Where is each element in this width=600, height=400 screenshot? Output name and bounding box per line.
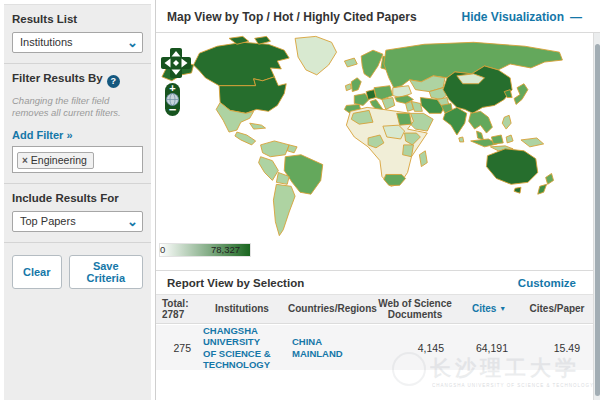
map-header: Map View by Top / Hot / Highly Cited Pap… [156, 0, 600, 33]
choropleth-map [158, 35, 592, 238]
sort-down-icon: ▼ [499, 305, 506, 312]
customize-link[interactable]: Customize [518, 277, 576, 289]
map-country-china[interactable] [443, 66, 512, 113]
hide-visualization-link[interactable]: Hide Visualization— [462, 10, 582, 24]
map-country-australia[interactable] [486, 149, 537, 185]
map-country-uk[interactable] [351, 78, 361, 92]
map-country-japan[interactable] [514, 84, 528, 105]
include-results-label: Include Results For [12, 192, 143, 204]
save-criteria-button[interactable]: Save Criteria [69, 255, 143, 289]
remove-tag-icon[interactable]: × [22, 155, 28, 166]
map-country-guyanas[interactable] [287, 145, 297, 153]
map-country-sri-lanka[interactable] [459, 137, 464, 142]
map-country-tasmania[interactable] [514, 187, 521, 193]
filter-tag-box: ×Engineering [12, 146, 143, 173]
map-country-iceland[interactable] [344, 58, 357, 67]
map-country-balkans[interactable] [382, 98, 395, 110]
map-legend: 0 78,327 [159, 243, 251, 257]
institution-link[interactable]: CHANGSHA UNIVERSITY OF SCIENCE & TECHNOL… [196, 325, 288, 371]
help-icon[interactable]: ? [107, 75, 120, 88]
col-header-countries[interactable]: Countries/Regions [288, 303, 372, 315]
add-filter-link[interactable]: Add Filter » [12, 129, 73, 141]
filter-section: Filter Results By? Changing the filter f… [4, 64, 151, 184]
sidebar: Results List Institutions ⌄ Filter Resul… [0, 0, 151, 400]
map-country-greenland[interactable] [295, 36, 336, 74]
report-title: Report View by Selection [167, 277, 304, 289]
map-country-germany[interactable] [366, 90, 376, 100]
map-country-norway-sweden[interactable] [361, 50, 383, 78]
map-country-cuba[interactable] [250, 123, 266, 129]
vertical-scrollbar[interactable] [593, 33, 600, 400]
include-results-select[interactable]: Top Papers ⌄ [12, 211, 143, 232]
collapse-dash-icon: — [570, 10, 582, 24]
row-cites-paper: 15.49 [520, 342, 594, 354]
filter-tag-engineering[interactable]: ×Engineering [17, 152, 94, 169]
map-country-philippines[interactable] [502, 115, 511, 129]
map-country-kenya-tanzania[interactable] [403, 145, 414, 157]
map-country-ireland[interactable] [345, 84, 351, 91]
map-country-central-europe[interactable] [374, 86, 393, 100]
map-country-colombia-venezuela[interactable] [261, 141, 290, 157]
results-list-section: Results List Institutions ⌄ [4, 5, 151, 64]
total-count: Total: 2787 [156, 298, 196, 321]
scrollbar-thumb[interactable] [595, 44, 600, 396]
row-documents: 4,145 [372, 342, 458, 354]
map-zoom-control[interactable]: + − [165, 83, 180, 116]
map-country-new-zealand[interactable] [538, 184, 547, 194]
row-cites: 64,191 [458, 342, 520, 354]
map-country-borneo[interactable] [491, 135, 503, 144]
filter-tag-label: Engineering [31, 154, 87, 166]
map-country-egypt[interactable] [397, 113, 412, 125]
map-country-sulawesi[interactable] [506, 135, 513, 143]
sidebar-buttons: Clear Save Criteria [4, 243, 151, 301]
watermark-en-text: CHANGSHA UNIVERSITY OF SCIENCE & TECHNOL… [432, 383, 594, 388]
results-list-label: Results List [12, 13, 143, 25]
country-link[interactable]: CHINA MAINLAND [288, 336, 372, 359]
col-header-institutions[interactable]: Institutions [196, 303, 288, 315]
legend-max-value: 78,327 [211, 244, 240, 255]
col-header-cites[interactable]: Cites ▼ [458, 303, 520, 315]
map-country-south-africa[interactable] [384, 174, 406, 185]
map-country-se-asia[interactable] [469, 111, 493, 133]
chevron-down-icon: ⌄ [127, 33, 138, 52]
map-country-new-zealand[interactable] [546, 173, 554, 184]
map-pan-control[interactable] [161, 47, 191, 79]
col-header-cites-paper[interactable]: Cites/Paper [520, 303, 594, 315]
results-list-select[interactable]: Institutions ⌄ [12, 32, 143, 53]
zoom-out-icon[interactable]: − [165, 102, 180, 117]
map-country-central-america[interactable] [235, 132, 256, 145]
row-rank: 275 [156, 342, 196, 354]
map-country-argentina[interactable] [273, 184, 295, 235]
world-map: + − 0 78,327 [156, 33, 594, 270]
filter-label: Filter Results By? [12, 72, 143, 88]
map-title: Map View by Top / Hot / Highly Cited Pap… [167, 10, 417, 24]
sidebar-panel: Results List Institutions ⌄ Filter Resul… [4, 4, 151, 400]
results-table-header: Total: 2787 Institutions Countries/Regio… [156, 294, 594, 324]
table-row: 275 CHANGSHA UNIVERSITY OF SCIENCE & TEC… [156, 325, 594, 370]
col-header-documents[interactable]: Web of Science Documents [372, 298, 458, 321]
include-results-section: Include Results For Top Papers ⌄ [4, 184, 151, 243]
map-country-new-guinea[interactable] [521, 138, 544, 147]
report-bar: Report View by Selection Customize [156, 270, 594, 294]
esi-map-view-app: Results List Institutions ⌄ Filter Resul… [0, 0, 600, 400]
results-list-value: Institutions [20, 36, 73, 48]
main-panel: Map View by Top / Hot / Highly Cited Pap… [155, 0, 600, 400]
include-results-value: Top Papers [20, 215, 76, 227]
map-country-madagascar[interactable] [419, 151, 427, 167]
map-country-malay-peninsula[interactable] [477, 131, 484, 140]
chevron-down-icon: ⌄ [127, 212, 138, 231]
legend-min-value: 0 [160, 244, 165, 255]
filter-note: Changing the filter field removes all cu… [12, 95, 143, 119]
clear-button[interactable]: Clear [12, 255, 62, 289]
map-country-peru[interactable] [259, 157, 279, 181]
